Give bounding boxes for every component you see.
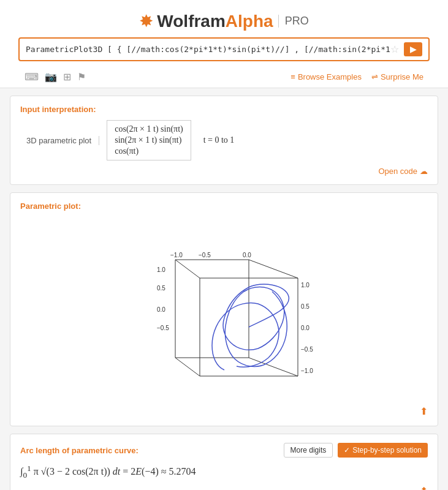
logo-pro: PRO — [278, 15, 309, 28]
pod-input-title: Input interpretation: — [20, 105, 428, 114]
formula-row-1: cos(2π × 1 t) sin(πt) — [115, 124, 183, 134]
svg-text:0.5: 0.5 — [301, 303, 309, 310]
browse-examples-link[interactable]: ≡ Browse Examples — [290, 72, 362, 81]
formula-row-2: sin(2π × 1 t) sin(πt) — [115, 135, 183, 145]
svg-line-8 — [175, 260, 200, 278]
arc-cloud-icon-row: ⬆ — [20, 485, 428, 490]
pod-plot-title: Parametric plot: — [20, 202, 428, 211]
wolfram-star-icon: ✸ — [139, 11, 153, 31]
logo-wolfram: Wolfram — [157, 12, 226, 31]
svg-text:−0.5: −0.5 — [301, 346, 313, 353]
toolbar-right: ≡ Browse Examples ⇌ Surprise Me — [290, 72, 423, 81]
arc-length-buttons: More digits ✓ Step-by-step solution — [284, 443, 428, 458]
open-code-row: Open code ☁ — [20, 167, 428, 176]
svg-line-10 — [175, 358, 200, 376]
main-content: Input interpretation: 3D parametric plot… — [0, 88, 448, 490]
arc-length-formula: ∫01 π √(3 − 2 cos(2π t)) dt = 2E(−4) ≈ 5… — [20, 464, 428, 480]
svg-text:−0.5: −0.5 — [157, 325, 169, 331]
svg-line-9 — [249, 260, 298, 278]
grid-icon[interactable]: ⊞ — [63, 71, 71, 83]
open-code-link[interactable]: Open code ☁ — [378, 167, 428, 176]
plot-upload-icon[interactable]: ⬆ — [420, 405, 428, 417]
interpretation-formulas: cos(2π × 1 t) sin(πt) sin(2π × 1 t) sin(… — [107, 120, 191, 160]
surprise-me-link[interactable]: ⇌ Surprise Me — [371, 72, 423, 81]
more-digits-button[interactable]: More digits — [284, 443, 333, 458]
surprise-me-label: Surprise Me — [381, 72, 423, 81]
pod-input-interpretation: Input interpretation: 3D parametric plot… — [10, 96, 438, 185]
search-go-button[interactable]: ▶ — [404, 42, 422, 56]
browse-examples-label: Browse Examples — [298, 72, 362, 81]
interpretation-label: 3D parametric plot — [26, 136, 99, 145]
flag-icon[interactable]: ⚑ — [77, 71, 86, 83]
svg-text:0.0: 0.0 — [157, 306, 165, 313]
search-bar: ☆ ▶ — [18, 37, 430, 61]
interpretation-table: 3D parametric plot cos(2π × 1 t) sin(πt)… — [26, 120, 428, 160]
toolbar-left: ⌨ 📷 ⊞ ⚑ — [25, 71, 86, 83]
svg-text:1.0: 1.0 — [301, 282, 309, 288]
formula-row-3: cos(πt) — [115, 146, 183, 156]
logo-row: ✸ WolframAlpha PRO — [12, 6, 436, 37]
step-by-step-label: Step-by-step solution — [352, 446, 422, 454]
svg-text:0.0: 0.0 — [243, 252, 251, 258]
plot-container: −1.0 −0.5 0.0 0.0 −0.5 0.5 1.0 0.0 0.5 1… — [20, 217, 428, 401]
shuffle-icon: ⇌ — [371, 72, 378, 81]
svg-text:0.5: 0.5 — [157, 285, 165, 292]
pod-arc-length: Arc length of parametric curve: More dig… — [10, 434, 438, 490]
svg-text:−1.0: −1.0 — [170, 252, 183, 258]
parametric-plot-svg: −1.0 −0.5 0.0 0.0 −0.5 0.5 1.0 0.0 0.5 1… — [126, 223, 322, 394]
logo-text: WolframAlpha — [157, 12, 273, 31]
svg-text:−1.0: −1.0 — [301, 368, 313, 374]
arc-length-header: Arc length of parametric curve: More dig… — [20, 443, 428, 458]
svg-text:−0.5: −0.5 — [199, 252, 211, 258]
logo-alpha: Alpha — [226, 12, 273, 31]
svg-text:0.0: 0.0 — [301, 325, 309, 331]
open-code-label: Open code — [378, 167, 417, 176]
menu-icon: ≡ — [290, 72, 295, 81]
step-by-step-button[interactable]: ✓ Step-by-step solution — [338, 443, 428, 458]
keyboard-icon[interactable]: ⌨ — [25, 71, 39, 83]
arc-upload-icon[interactable]: ⬆ — [420, 485, 428, 490]
search-input[interactable] — [26, 45, 390, 54]
header: ✸ WolframAlpha PRO ☆ ▶ ⌨ 📷 ⊞ ⚑ ≡ Browse … — [0, 0, 448, 88]
svg-text:1.0: 1.0 — [157, 266, 165, 273]
cloud-upload-icon: ☁ — [420, 167, 428, 176]
plot-cloud-icon-row: ⬆ — [20, 405, 428, 417]
toolbar: ⌨ 📷 ⊞ ⚑ ≡ Browse Examples ⇌ Surprise Me — [12, 67, 436, 88]
pod-parametric-plot: Parametric plot: — [10, 192, 438, 426]
pod-arc-title: Arc length of parametric curve: — [20, 446, 139, 455]
interpretation-range: t = 0 to 1 — [203, 135, 235, 145]
checkmark-icon: ✓ — [344, 446, 350, 454]
camera-icon[interactable]: 📷 — [45, 71, 57, 83]
favorite-icon[interactable]: ☆ — [390, 43, 399, 55]
